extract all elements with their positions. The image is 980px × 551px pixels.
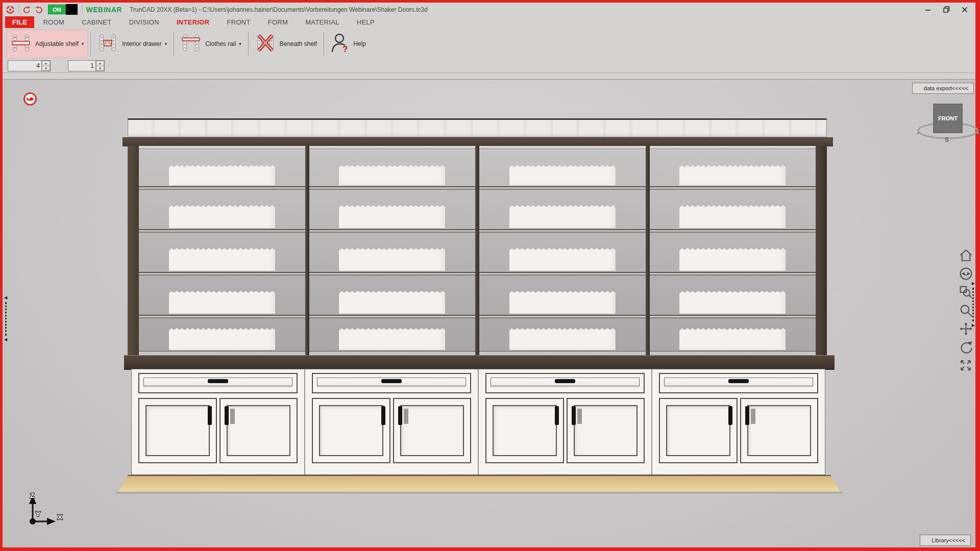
cabinet-top-rail[interactable]	[122, 137, 833, 146]
undo-icon[interactable]	[22, 6, 31, 14]
adjustable-shelf[interactable]	[479, 315, 646, 318]
adjustable-shelf[interactable]	[650, 272, 816, 276]
shelf-compartment[interactable]	[479, 318, 646, 351]
drawer-handle[interactable]	[381, 379, 402, 383]
adjustable-shelf[interactable]	[139, 315, 305, 318]
dropdown-caret-icon[interactable]: ▾	[82, 41, 84, 46]
menu-item-interior[interactable]: INTERIOR	[168, 16, 218, 28]
drawer-handle[interactable]	[208, 379, 228, 383]
shelf-compartment[interactable]	[309, 318, 476, 351]
shelf-compartment[interactable]	[479, 233, 646, 272]
shelf-compartment[interactable]	[650, 190, 816, 229]
menu-item-division[interactable]: DIVISION	[120, 16, 167, 28]
pan-icon[interactable]	[959, 321, 973, 336]
flyout-dotted-handle[interactable]	[5, 302, 7, 336]
visibility-eye-icon[interactable]	[23, 92, 37, 106]
spinner-down-icon[interactable]: ▼	[42, 66, 50, 71]
flyout-arrow-icon[interactable]: ▶	[972, 282, 975, 286]
adjustable-shelf[interactable]	[139, 229, 305, 233]
minimize-button[interactable]	[922, 5, 934, 15]
cabinet-door-right[interactable]	[219, 398, 298, 463]
shelf-compartment[interactable]	[309, 149, 476, 186]
toolbar-button-help[interactable]: ?Help	[327, 30, 370, 58]
menu-item-file[interactable]: FILE	[5, 16, 34, 28]
menu-item-front[interactable]: FRONT	[218, 16, 259, 28]
adjustable-shelf[interactable]	[309, 186, 476, 190]
adjustable-shelf[interactable]	[139, 186, 305, 190]
shelf-compartment[interactable]	[650, 318, 816, 351]
flyout-dotted-handle[interactable]	[972, 288, 974, 321]
toolbar-button-adjustable-shelf[interactable]: Adjustable shelf▾	[7, 30, 88, 58]
adjustable-shelf[interactable]	[479, 186, 646, 190]
menu-item-room[interactable]: ROOM	[34, 16, 73, 28]
adjustable-shelf[interactable]	[650, 315, 816, 318]
door-handle[interactable]	[381, 406, 385, 425]
home-icon[interactable]	[959, 248, 973, 262]
dropdown-caret-icon[interactable]: ▾	[239, 41, 241, 46]
left-panel-flyout[interactable]: ◀ ◀	[4, 296, 7, 342]
flyout-arrow-icon[interactable]: ◀	[4, 338, 7, 342]
spinner-up-icon[interactable]: ▲	[96, 61, 104, 66]
fit-view-icon[interactable]	[959, 358, 973, 372]
shelf-count-spinner[interactable]: 4 ▲ ▼	[8, 60, 51, 71]
hutch-left-stile[interactable]	[128, 146, 139, 355]
adjustable-shelf[interactable]	[650, 186, 816, 190]
cabinet-door-right[interactable]	[567, 398, 645, 463]
toolbar-button-clothes-rail[interactable]: Clothes rail▾	[177, 30, 246, 58]
view-cube[interactable]: FRONT S	[915, 99, 980, 146]
base-cabinet-unit-3[interactable]	[479, 369, 652, 474]
shelf-compartment[interactable]	[139, 318, 305, 351]
base-cabinet-unit-1[interactable]	[132, 369, 305, 474]
base-cabinet-unit-2[interactable]	[305, 369, 479, 474]
viewport-3d[interactable]: data export<<<<< FRONT S ▶	[3, 79, 975, 547]
drawer-front[interactable]	[485, 373, 645, 393]
adjustable-shelf[interactable]	[139, 272, 305, 276]
cabinet-door-left[interactable]	[485, 398, 564, 463]
shelf-compartment[interactable]	[139, 276, 305, 315]
toolbar-button-interior-drawer[interactable]: Interior drawer▾	[93, 30, 171, 58]
shelf-compartment[interactable]	[479, 149, 646, 186]
shelf-compartment[interactable]	[139, 190, 305, 229]
shelf-compartment[interactable]	[139, 233, 305, 272]
door-handle[interactable]	[745, 406, 749, 425]
shelf-compartment[interactable]	[479, 276, 646, 315]
eye-icon[interactable]	[959, 266, 973, 281]
drawer-handle[interactable]	[728, 379, 749, 383]
cabinet-door-left[interactable]	[138, 398, 217, 463]
quantity-spinner[interactable]: 1 ▲ ▼	[68, 60, 105, 71]
shelf-compartment[interactable]	[309, 233, 476, 272]
zoom-icon[interactable]	[959, 303, 973, 317]
drawer-front[interactable]	[659, 373, 818, 393]
menu-item-form[interactable]: FORM	[259, 16, 297, 28]
shelf-compartment[interactable]	[650, 149, 816, 186]
shelf-compartment[interactable]	[309, 276, 476, 315]
right-panel-flyout[interactable]: ▶ ▶	[972, 282, 975, 328]
library-panel-toggle[interactable]: Library<<<<<	[920, 535, 971, 546]
flyout-arrow-icon[interactable]: ▶	[972, 323, 975, 328]
door-handle[interactable]	[398, 406, 402, 425]
data-export-panel-toggle[interactable]: data export<<<<<	[912, 83, 974, 94]
cabinet-door-right[interactable]	[740, 398, 819, 463]
cabinet-door-left[interactable]	[659, 398, 738, 463]
hutch-section[interactable]	[128, 146, 827, 355]
door-handle[interactable]	[572, 406, 576, 425]
rotate-icon[interactable]	[959, 340, 973, 354]
base-cabinet-unit-4[interactable]	[652, 369, 825, 474]
shelf-compartment[interactable]	[139, 149, 305, 186]
menu-item-cabinet[interactable]: CABINET	[73, 16, 120, 28]
adjustable-shelf[interactable]	[309, 229, 476, 233]
cabinet-door-left[interactable]	[312, 398, 390, 463]
adjustable-shelf[interactable]	[309, 272, 476, 276]
drawer-front[interactable]	[138, 373, 298, 393]
adjustable-shelf[interactable]	[309, 315, 476, 318]
webinar-on-toggle[interactable]: ON	[48, 4, 78, 15]
zoom-window-icon[interactable]	[959, 285, 973, 299]
door-handle[interactable]	[225, 406, 229, 425]
close-button[interactable]	[959, 5, 970, 15]
door-handle[interactable]	[728, 406, 732, 425]
spinner-down-icon[interactable]: ▼	[96, 66, 104, 71]
toolbar-button-beneath-shelf[interactable]: Beneath shelf	[251, 30, 321, 58]
view-cube-face-label[interactable]: FRONT	[938, 115, 958, 121]
hutch-right-stile[interactable]	[816, 146, 827, 355]
plinth[interactable]	[118, 475, 841, 492]
